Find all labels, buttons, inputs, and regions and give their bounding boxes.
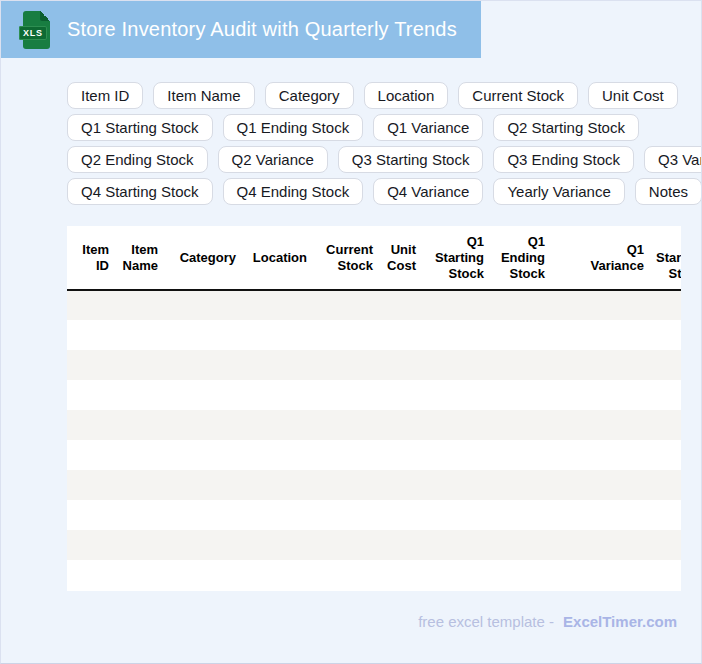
table-header-current-stock: CurrentStock — [313, 226, 379, 290]
table-row — [67, 320, 681, 350]
table-cell — [67, 410, 115, 440]
table-cell — [422, 470, 490, 500]
table-cell — [490, 350, 551, 380]
table-cell — [313, 350, 379, 380]
table-cell — [313, 530, 379, 560]
column-chip-location[interactable]: Location — [364, 82, 449, 109]
table-header-q1-variance: Q1Variance — [551, 226, 650, 290]
table-cell — [242, 440, 313, 470]
table-cell — [422, 380, 490, 410]
chip-row: Q1 Starting StockQ1 Ending StockQ1 Varia… — [67, 114, 702, 141]
table-cell — [242, 380, 313, 410]
table-cell — [490, 530, 551, 560]
column-chip-current-stock[interactable]: Current Stock — [458, 82, 578, 109]
table-cell — [115, 560, 164, 590]
table-cell — [164, 350, 242, 380]
table-cell — [115, 290, 164, 320]
column-chip-q2-variance[interactable]: Q2 Variance — [218, 146, 328, 173]
column-chip-q4-ending-stock[interactable]: Q4 Ending Stock — [223, 178, 364, 205]
table-cell — [164, 500, 242, 530]
table-cell — [650, 350, 681, 380]
table-cell — [490, 560, 551, 590]
table-cell — [164, 320, 242, 350]
column-chip-q1-ending-stock[interactable]: Q1 Ending Stock — [223, 114, 364, 141]
table-cell — [551, 290, 650, 320]
table-body — [67, 290, 681, 590]
table-cell — [422, 500, 490, 530]
table-cell — [490, 440, 551, 470]
table-cell — [422, 350, 490, 380]
table-cell — [67, 560, 115, 590]
table-cell — [551, 410, 650, 440]
file-fold-corner — [40, 11, 50, 21]
table-cell — [115, 350, 164, 380]
column-chip-q1-variance[interactable]: Q1 Variance — [373, 114, 483, 141]
table-row — [67, 350, 681, 380]
table-cell — [67, 530, 115, 560]
table-cell — [313, 440, 379, 470]
table-cell — [67, 290, 115, 320]
table-cell — [490, 290, 551, 320]
table-cell — [164, 380, 242, 410]
table-header-category: Category — [164, 226, 242, 290]
page-title: Store Inventory Audit with Quarterly Tre… — [67, 18, 457, 41]
column-chip-notes[interactable]: Notes — [635, 178, 702, 205]
table-cell — [551, 470, 650, 500]
table-cell — [67, 500, 115, 530]
table-header-q2-starting-stock: Q2StartingStock — [650, 226, 681, 290]
table-row — [67, 440, 681, 470]
column-chips: Item IDItem NameCategoryLocationCurrent … — [67, 82, 702, 210]
table-cell — [313, 290, 379, 320]
column-chip-category[interactable]: Category — [265, 82, 354, 109]
table-cell — [115, 410, 164, 440]
column-chip-q3-variance[interactable]: Q3 Variance — [644, 146, 702, 173]
table-cell — [313, 320, 379, 350]
table-cell — [551, 440, 650, 470]
column-chip-q2-ending-stock[interactable]: Q2 Ending Stock — [67, 146, 208, 173]
column-chip-q4-variance[interactable]: Q4 Variance — [373, 178, 483, 205]
table-header-item-id: ItemID — [67, 226, 115, 290]
table-cell — [650, 500, 681, 530]
table-row — [67, 560, 681, 590]
table-cell — [650, 530, 681, 560]
table-cell — [164, 560, 242, 590]
table-cell — [551, 500, 650, 530]
table-cell — [115, 500, 164, 530]
table-cell — [650, 320, 681, 350]
table-header-location: Location — [242, 226, 313, 290]
table-cell — [379, 470, 422, 500]
column-chip-q2-starting-stock[interactable]: Q2 Starting Stock — [493, 114, 639, 141]
table-cell — [422, 440, 490, 470]
column-chip-item-name[interactable]: Item Name — [153, 82, 254, 109]
table-header-q1-starting-stock: Q1StartingStock — [422, 226, 490, 290]
table-cell — [164, 470, 242, 500]
table-cell — [67, 380, 115, 410]
table-cell — [650, 440, 681, 470]
table-cell — [164, 410, 242, 440]
table-row — [67, 470, 681, 500]
table-cell — [551, 560, 650, 590]
column-chip-q1-starting-stock[interactable]: Q1 Starting Stock — [67, 114, 213, 141]
table-cell — [242, 530, 313, 560]
column-chip-q3-ending-stock[interactable]: Q3 Ending Stock — [493, 146, 634, 173]
column-chip-yearly-variance[interactable]: Yearly Variance — [493, 178, 624, 205]
column-chip-unit-cost[interactable]: Unit Cost — [588, 82, 678, 109]
table-cell — [422, 320, 490, 350]
table-row — [67, 410, 681, 440]
column-chip-q4-starting-stock[interactable]: Q4 Starting Stock — [67, 178, 213, 205]
table-cell — [115, 470, 164, 500]
table-cell — [115, 530, 164, 560]
column-chip-q3-starting-stock[interactable]: Q3 Starting Stock — [338, 146, 484, 173]
table-cell — [422, 530, 490, 560]
table-cell — [242, 410, 313, 440]
table-header-item-name: ItemName — [115, 226, 164, 290]
preview-table-container: ItemIDItemNameCategoryLocationCurrentSto… — [67, 226, 681, 591]
footer-brand-link[interactable]: ExcelTimer.com — [563, 613, 677, 630]
table-cell — [313, 410, 379, 440]
table-cell — [379, 560, 422, 590]
footer-credit: free excel template -ExcelTimer.com — [418, 612, 677, 632]
table-cell — [490, 380, 551, 410]
column-chip-item-id[interactable]: Item ID — [67, 82, 143, 109]
chip-row: Item IDItem NameCategoryLocationCurrent … — [67, 82, 702, 109]
table-cell — [379, 350, 422, 380]
